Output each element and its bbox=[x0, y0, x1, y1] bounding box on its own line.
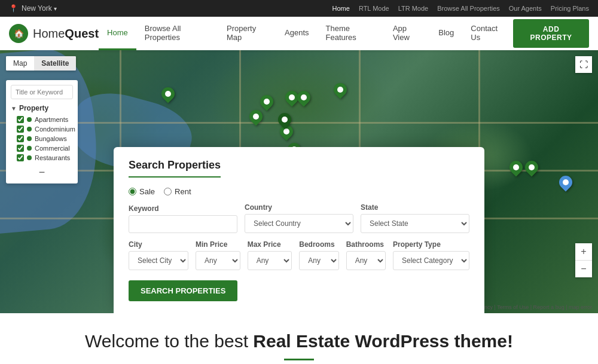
nav-link-contact[interactable]: Contact Us bbox=[462, 17, 513, 50]
add-property-button[interactable]: ADD PROPERTY bbox=[513, 19, 589, 48]
field-keyword: Keyword bbox=[129, 204, 237, 233]
sidebar-checkbox-commercial[interactable] bbox=[17, 145, 24, 152]
sale-label: Sale bbox=[139, 187, 155, 196]
sidebar-section-title[interactable]: ▼ Property bbox=[11, 104, 73, 112]
property-type-select[interactable]: Select Category bbox=[393, 251, 469, 270]
field-min-price: Min Price Any bbox=[196, 240, 240, 270]
welcome-section: Welcome to the best Real Estate WordPres… bbox=[0, 313, 598, 364]
sidebar-minus-btn[interactable]: − bbox=[39, 166, 45, 179]
bedrooms-select[interactable]: Any bbox=[299, 251, 338, 270]
sidebar-dot bbox=[27, 155, 32, 160]
sidebar-dot bbox=[27, 146, 32, 151]
topbar-link-pricing[interactable]: Pricing Plans bbox=[551, 5, 589, 12]
search-row-2: City Select City Min Price Any Max Price… bbox=[129, 240, 469, 270]
field-state: State Select State bbox=[361, 203, 469, 233]
max-price-select[interactable]: Any bbox=[248, 251, 292, 270]
nav-link-blog[interactable]: Blog bbox=[430, 17, 462, 50]
city-label: City bbox=[129, 240, 188, 249]
state-select[interactable]: Select State bbox=[361, 214, 469, 233]
map-zoom-out-button[interactable]: − bbox=[575, 261, 592, 277]
nav-link-home[interactable]: Home bbox=[99, 17, 136, 50]
topbar-link-agents[interactable]: Our Agents bbox=[509, 5, 542, 12]
nav-link-browse[interactable]: Browse All Properties bbox=[136, 17, 218, 50]
radio-sale[interactable] bbox=[129, 188, 136, 195]
topbar-link-browse[interactable]: Browse All Properties bbox=[437, 5, 500, 12]
field-bedrooms: Bedrooms Any bbox=[299, 240, 338, 270]
search-properties-button[interactable]: SEARCH PROPERTIES bbox=[129, 280, 237, 301]
nav-link-property-map[interactable]: Property Map bbox=[218, 17, 276, 50]
sidebar-checkbox-restaurants[interactable] bbox=[17, 154, 24, 161]
sidebar-item-label: Commercial bbox=[35, 145, 70, 152]
keyword-input[interactable] bbox=[129, 215, 237, 233]
topbar-link-ltr[interactable]: LTR Mode bbox=[398, 5, 429, 12]
radio-label-rent[interactable]: Rent bbox=[164, 187, 191, 196]
sidebar-item-commercial[interactable]: Commercial bbox=[11, 143, 73, 153]
welcome-divider bbox=[284, 359, 314, 360]
field-property-type: Property Type Select Category bbox=[393, 240, 469, 270]
max-price-label: Max Price bbox=[248, 240, 292, 249]
map-type-controls: Map Satellite bbox=[6, 56, 76, 71]
property-type-label: Property Type bbox=[393, 240, 469, 249]
state-label: State bbox=[361, 203, 469, 212]
bathrooms-label: Bathrooms bbox=[346, 240, 386, 249]
nav-links: Home Browse All Properties Property Map … bbox=[99, 17, 513, 50]
nav-link-theme-features[interactable]: Theme Features bbox=[318, 17, 385, 50]
radio-rent[interactable] bbox=[164, 188, 172, 195]
radio-group: Sale Rent bbox=[129, 187, 469, 196]
map-type-button-map[interactable]: Map bbox=[6, 56, 34, 71]
country-select[interactable]: Select Country bbox=[245, 214, 353, 233]
top-bar-right: Home RTL Mode LTR Mode Browse All Proper… bbox=[332, 5, 589, 12]
map-type-button-satellite[interactable]: Satellite bbox=[34, 56, 76, 71]
sidebar-item-label: Condominium bbox=[35, 126, 75, 133]
main-nav: 🏠 HomeQuest Home Browse All Properties P… bbox=[0, 17, 598, 50]
sidebar-item-apartments[interactable]: Apartments bbox=[11, 115, 73, 124]
field-bathrooms: Bathrooms Any bbox=[346, 240, 386, 270]
nav-link-agents[interactable]: Agents bbox=[276, 17, 317, 50]
bathrooms-select[interactable]: Any bbox=[346, 251, 386, 270]
sidebar-checkbox-bungalows[interactable] bbox=[17, 135, 24, 142]
radio-label-sale[interactable]: Sale bbox=[129, 187, 155, 196]
country-label: Country bbox=[245, 203, 353, 212]
top-bar-left: 📍 New York ▾ bbox=[9, 4, 57, 13]
sidebar-item-condominium[interactable]: Condominium bbox=[11, 124, 73, 134]
bedrooms-label: Bedrooms bbox=[299, 240, 338, 249]
sidebar-item-bungalows[interactable]: Bungalows bbox=[11, 134, 73, 143]
search-panel-title: Search Properties bbox=[129, 159, 221, 178]
logo-text: HomeQuest bbox=[33, 27, 99, 41]
welcome-title-part2: Real Estate WordPress theme! bbox=[253, 331, 513, 351]
keyword-label: Keyword bbox=[129, 204, 237, 213]
sidebar-checkbox-apartments[interactable] bbox=[17, 116, 24, 123]
sidebar-section-property: ▼ Property Apartments Condominium Bungal… bbox=[11, 104, 73, 163]
sidebar-search-input[interactable] bbox=[11, 85, 73, 99]
sidebar-item-label: Apartments bbox=[35, 116, 68, 123]
min-price-select[interactable]: Any bbox=[196, 251, 240, 270]
topbar-link-rtl[interactable]: RTL Mode bbox=[359, 5, 389, 12]
sidebar-dot bbox=[27, 127, 32, 131]
field-country: Country Select Country bbox=[245, 203, 353, 233]
map-sidebar: ▼ Property Apartments Condominium Bungal… bbox=[6, 80, 78, 183]
sidebar-item-restaurants[interactable]: Restaurants bbox=[11, 153, 73, 163]
logo[interactable]: 🏠 HomeQuest bbox=[9, 24, 99, 43]
map-container: Map Satellite ⛶ + − ▼ Property bbox=[0, 50, 598, 313]
field-max-price: Max Price Any bbox=[248, 240, 292, 270]
sidebar-item-label: Restaurants bbox=[35, 154, 70, 161]
location-label: New York bbox=[22, 4, 52, 13]
rent-label: Rent bbox=[175, 187, 191, 196]
location-dropdown[interactable]: New York ▾ bbox=[22, 4, 57, 13]
dropdown-arrow-icon: ▾ bbox=[54, 5, 57, 12]
map-zoom-in-button[interactable]: + bbox=[575, 243, 592, 260]
sidebar-item-label: Bungalows bbox=[35, 135, 67, 142]
location-icon: 📍 bbox=[9, 4, 18, 13]
search-panel: Search Properties Sale Rent Keyword Coun… bbox=[114, 147, 484, 313]
search-row-1: Keyword Country Select Country State Sel… bbox=[129, 203, 469, 233]
collapse-icon: ▼ bbox=[11, 105, 17, 112]
sidebar-dot bbox=[27, 117, 32, 122]
nav-link-app-view[interactable]: App View bbox=[385, 17, 430, 50]
map-fullscreen-button[interactable]: ⛶ bbox=[575, 56, 592, 73]
sidebar-checkbox-condominium[interactable] bbox=[17, 126, 24, 133]
city-select[interactable]: Select City bbox=[129, 251, 188, 270]
welcome-title-part1: Welcome to the best bbox=[85, 331, 253, 351]
top-bar: 📍 New York ▾ Home RTL Mode LTR Mode Brow… bbox=[0, 0, 598, 17]
topbar-link-home[interactable]: Home bbox=[332, 5, 350, 12]
section-title-label: Property bbox=[19, 104, 48, 112]
